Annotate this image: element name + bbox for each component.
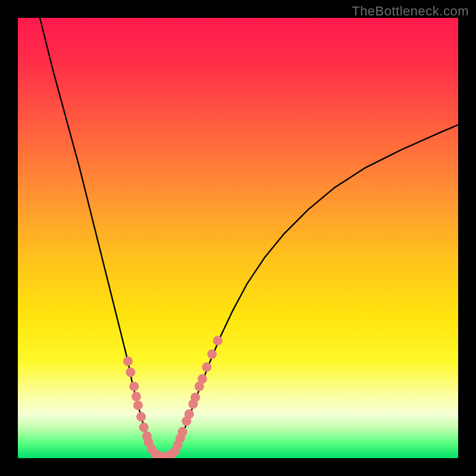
curve-marker bbox=[190, 393, 200, 402]
curve-marker bbox=[207, 349, 217, 359]
curve-marker bbox=[139, 422, 149, 432]
curve-marker bbox=[136, 412, 146, 421]
curve-markers bbox=[123, 336, 223, 458]
bottleneck-curve bbox=[40, 18, 458, 456]
curve-marker bbox=[131, 392, 141, 401]
watermark-text: TheBottleneck.com bbox=[352, 4, 469, 19]
plot-area bbox=[18, 18, 458, 458]
chart-frame: TheBottleneck.com bbox=[0, 0, 476, 476]
curves-layer bbox=[18, 18, 458, 458]
curve-marker bbox=[198, 374, 207, 384]
curve-marker bbox=[126, 368, 135, 377]
curve-marker bbox=[213, 336, 223, 345]
curve-marker bbox=[184, 409, 194, 419]
curve-marker bbox=[123, 356, 133, 366]
curve-marker bbox=[133, 400, 143, 410]
curve-marker bbox=[129, 381, 139, 391]
curve-marker bbox=[202, 362, 211, 372]
curve-marker bbox=[178, 427, 187, 437]
